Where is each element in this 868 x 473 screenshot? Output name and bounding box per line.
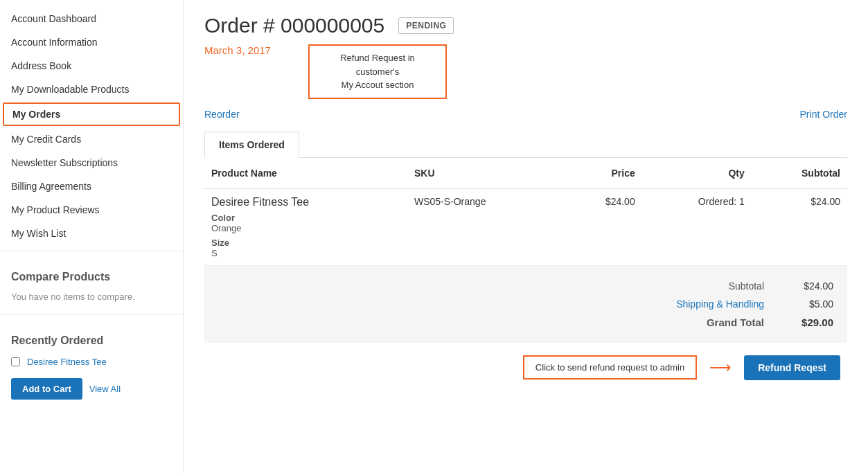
table-row: Desiree Fitness Tee Color Orange Size S … xyxy=(204,188,847,265)
sidebar-divider xyxy=(0,251,183,251)
order-header: Order # 000000005 PENDING xyxy=(204,14,847,37)
grand-total-value: $29.00 xyxy=(778,316,833,328)
sidebar-item-newsletter-subscriptions[interactable]: Newsletter Subscriptions xyxy=(0,151,183,175)
sidebar-item-account-information[interactable]: Account Information xyxy=(0,30,183,54)
reorder-link[interactable]: Reorder xyxy=(204,109,240,120)
shipping-label: Shipping & Handling xyxy=(653,298,778,310)
tabs-container: Items Ordered xyxy=(204,131,847,158)
totals-shipping-row: Shipping & Handling $5.00 xyxy=(218,295,833,313)
sidebar-divider-2 xyxy=(0,314,183,315)
product-name-cell: Desiree Fitness Tee Color Orange Size S xyxy=(204,188,407,265)
arrow-right-icon: ⟶ xyxy=(709,359,732,377)
compare-products-title: Compare Products xyxy=(0,257,183,289)
color-value: Orange xyxy=(211,223,400,233)
order-date: March 3, 2017 xyxy=(204,44,287,56)
col-qty: Qty xyxy=(642,158,752,189)
order-table: Product Name SKU Price Qty Subtotal Desi… xyxy=(204,158,847,266)
print-order-link[interactable]: Print Order xyxy=(800,109,847,120)
order-meta-row: March 3, 2017 Refund Request in customer… xyxy=(204,44,847,99)
sidebar-item-billing-agreements[interactable]: Billing Agreements xyxy=(0,175,183,198)
sidebar-nav: Account DashboardAccount InformationAddr… xyxy=(0,7,183,245)
subtotal-label: Subtotal xyxy=(653,280,778,292)
totals-subtotal-row: Subtotal $24.00 xyxy=(218,277,833,295)
totals-section: Subtotal $24.00 Shipping & Handling $5.0… xyxy=(204,266,847,343)
col-product-name: Product Name xyxy=(204,158,407,189)
refund-request-button[interactable]: Refund Reqest xyxy=(744,355,840,380)
recently-ordered-item: Desiree Fitness Tee xyxy=(0,352,183,371)
grand-total-label: Grand Total xyxy=(653,316,778,328)
sidebar-buttons: Add to Cart View All xyxy=(0,371,183,407)
product-qty: Ordered: 1 xyxy=(642,188,752,265)
order-table-head: Product Name SKU Price Qty Subtotal xyxy=(204,158,847,189)
sidebar-item-my-product-reviews[interactable]: My Product Reviews xyxy=(0,198,183,222)
totals-grand-total-row: Grand Total $29.00 xyxy=(218,313,833,332)
main-content: Order # 000000005 PENDING March 3, 2017 … xyxy=(184,0,868,473)
subtotal-value: $24.00 xyxy=(778,280,833,292)
sidebar-item-my-wish-list[interactable]: My Wish List xyxy=(0,222,183,245)
col-sku: SKU xyxy=(407,158,563,189)
order-actions-row: Reorder Print Order xyxy=(204,109,847,120)
refund-action-row: Click to send refund request to admin ⟶ … xyxy=(204,343,847,387)
view-all-link[interactable]: View All xyxy=(89,384,121,394)
order-table-header-row: Product Name SKU Price Qty Subtotal xyxy=(204,158,847,189)
col-price: Price xyxy=(563,158,641,189)
sidebar: Account DashboardAccount InformationAddr… xyxy=(0,0,184,473)
size-value: S xyxy=(211,248,400,258)
sidebar-item-my-downloadable-products[interactable]: My Downloadable Products xyxy=(0,78,183,101)
product-name: Desiree Fitness Tee xyxy=(211,196,309,208)
col-subtotal: Subtotal xyxy=(752,158,847,189)
recently-ordered-checkbox[interactable] xyxy=(11,357,20,366)
sidebar-item-account-dashboard[interactable]: Account Dashboard xyxy=(0,7,183,30)
order-table-body: Desiree Fitness Tee Color Orange Size S … xyxy=(204,188,847,265)
recently-ordered-title: Recently Ordered xyxy=(0,321,183,352)
color-label: Color xyxy=(211,213,400,223)
refund-tooltip-box: Refund Request in customer's My Accout s… xyxy=(308,44,447,99)
compare-products-empty: You have no items to compare. xyxy=(0,289,183,309)
refund-hint-text: Click to send refund request to admin xyxy=(535,362,684,373)
order-status-badge: PENDING xyxy=(398,17,454,34)
product-sku: WS05-S-Orange xyxy=(407,188,563,265)
tab-items-ordered[interactable]: Items Ordered xyxy=(204,132,299,158)
shipping-value: $5.00 xyxy=(778,298,833,310)
refund-tooltip-line2: My Accout section xyxy=(342,80,414,90)
product-subtotal: $24.00 xyxy=(752,188,847,265)
recently-ordered-product-link[interactable]: Desiree Fitness Tee xyxy=(27,357,107,367)
sidebar-item-my-orders[interactable]: My Orders xyxy=(3,102,180,126)
sidebar-item-my-credit-cards[interactable]: My Credit Cards xyxy=(0,127,183,151)
product-price: $24.00 xyxy=(563,188,641,265)
order-title: Order # 000000005 xyxy=(204,14,384,37)
size-label: Size xyxy=(211,238,400,248)
refund-hint-box: Click to send refund request to admin xyxy=(523,355,697,380)
sidebar-item-address-book[interactable]: Address Book xyxy=(0,54,183,78)
refund-tooltip-line1: Refund Request in customer's xyxy=(340,53,415,77)
add-to-cart-button[interactable]: Add to Cart xyxy=(11,378,82,400)
